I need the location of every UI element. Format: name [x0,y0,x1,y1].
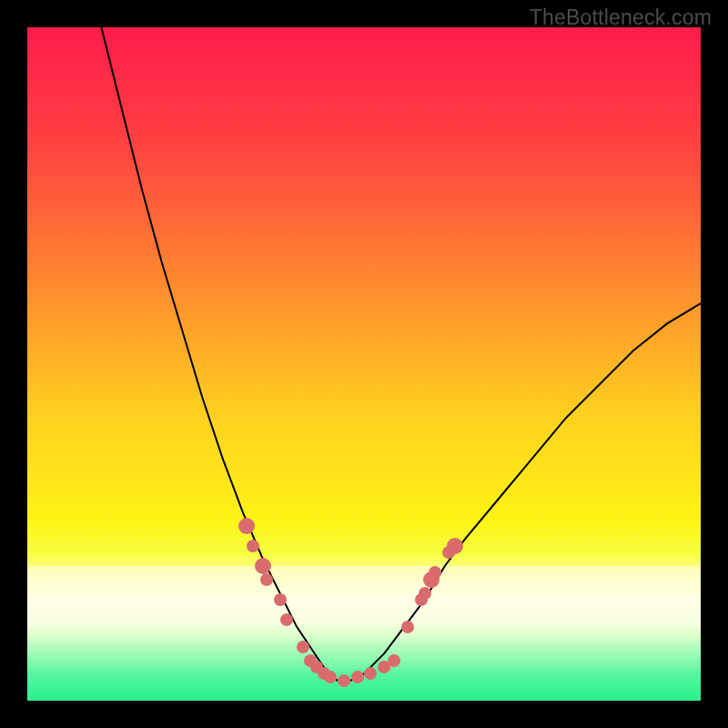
marker-dot [324,671,337,683]
marker-dot [260,573,273,586]
marker-dot [351,671,364,683]
marker-dot [401,621,414,633]
plot-area [27,27,701,701]
curve-path [101,27,701,681]
marker-dot [338,674,350,687]
chart-frame: TheBottleneck.com [0,0,728,728]
marker-dot [388,654,400,667]
marker-dot [255,558,271,574]
marker-dot [274,593,287,606]
bottleneck-curve [27,27,701,701]
marker-dot [429,566,441,579]
marker-dot [247,540,259,552]
marker-dot [447,538,463,554]
watermark-text: TheBottleneck.com [530,5,712,30]
marker-dot [280,613,293,626]
marker-dot [238,518,255,534]
marker-dot [419,587,431,600]
